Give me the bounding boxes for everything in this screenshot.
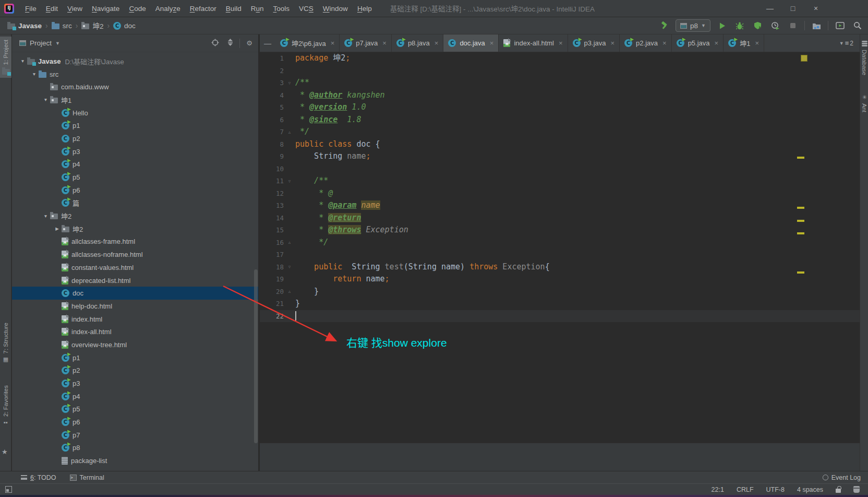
tab-index-all.html[interactable]: index-all.html× bbox=[499, 34, 568, 52]
run-button[interactable] bbox=[716, 19, 728, 32]
tab-p3.java[interactable]: C▶p3.java× bbox=[568, 34, 620, 52]
project-panel-title[interactable]: Project bbox=[30, 39, 52, 47]
stripe-button-database[interactable]: Database bbox=[860, 38, 868, 78]
tree-item-doc[interactable]: Cdoc bbox=[12, 287, 258, 300]
menu-navigate[interactable]: Navigate bbox=[87, 0, 124, 17]
menu-help[interactable]: Help bbox=[353, 0, 377, 17]
breadcrumb-item-Javase[interactable]: Javase bbox=[7, 22, 42, 30]
tree-item-allclasses-frame.html[interactable]: allclasses-frame.html bbox=[12, 235, 258, 249]
tree-item-allclasses-noframe.html[interactable]: allclasses-noframe.html bbox=[12, 248, 258, 261]
tree-item--2[interactable]: ▶坤2 bbox=[12, 222, 258, 235]
collapse-all-button[interactable] bbox=[224, 39, 236, 48]
menu-refactor[interactable]: Refactor bbox=[185, 0, 221, 17]
tree-item-overview-tree.html[interactable]: overview-tree.html bbox=[12, 338, 258, 351]
fold-marker-icon[interactable]: ▵ bbox=[284, 129, 295, 135]
build-hammer-button[interactable] bbox=[658, 19, 670, 32]
tree-item-p5[interactable]: C▶p5 bbox=[12, 403, 258, 416]
stop-button[interactable] bbox=[787, 19, 799, 32]
debug-button[interactable] bbox=[733, 19, 746, 32]
tree-item-p1[interactable]: C▶p1 bbox=[12, 119, 258, 132]
tree-item-p5[interactable]: C▶p5 bbox=[12, 171, 258, 184]
tree-item-p2[interactable]: Cp2 bbox=[12, 132, 258, 145]
tab-p2.java[interactable]: C▶p2.java× bbox=[620, 34, 672, 52]
tab-close-icon[interactable]: × bbox=[433, 39, 439, 47]
tree-item-p3[interactable]: C▶p3 bbox=[12, 145, 258, 158]
encoding-widget[interactable]: UTF-8 bbox=[766, 486, 785, 493]
menu-code[interactable]: Code bbox=[124, 0, 150, 17]
warning-stripe-mark[interactable] bbox=[797, 271, 804, 274]
hide-panel-button[interactable]: — bbox=[260, 34, 275, 52]
close-button[interactable]: × bbox=[804, 0, 827, 17]
tree-expanded-icon[interactable]: ▼ bbox=[18, 58, 27, 64]
chevron-down-icon[interactable]: ▼ bbox=[55, 41, 60, 46]
maximize-button[interactable]: □ bbox=[781, 0, 804, 17]
warning-stripe-mark[interactable] bbox=[797, 232, 804, 234]
menu-vcs[interactable]: VCS bbox=[294, 0, 318, 17]
menu-window[interactable]: Window bbox=[318, 0, 353, 17]
stripe-button-ant[interactable]: ✳Ant bbox=[860, 91, 868, 115]
line-separator-widget[interactable]: CRLF bbox=[737, 486, 754, 493]
menu-file[interactable]: File bbox=[20, 0, 41, 17]
menu-edit[interactable]: Edit bbox=[41, 0, 63, 17]
tab--1[interactable]: C▶坤1× bbox=[724, 34, 764, 52]
tree-item-src[interactable]: ▼src bbox=[12, 68, 258, 81]
warning-stripe-mark[interactable] bbox=[797, 220, 804, 222]
tree-item-com.baidu.www[interactable]: com.baidu.www bbox=[12, 80, 258, 93]
stripe-button-7-Structure[interactable]: 7: Structure▦ bbox=[0, 320, 11, 366]
tree-item-p8[interactable]: C▶p8 bbox=[12, 442, 258, 455]
todo-toolwindow-button[interactable]: 6: TODO bbox=[0, 474, 56, 481]
tree-item-p6[interactable]: C▶p6 bbox=[12, 416, 258, 429]
menu-tools[interactable]: Tools bbox=[269, 0, 295, 17]
tab-close-icon[interactable]: × bbox=[330, 39, 335, 47]
tab-close-icon[interactable]: × bbox=[661, 39, 667, 47]
warning-stripe-mark[interactable] bbox=[797, 207, 804, 209]
profiler-button[interactable] bbox=[769, 19, 781, 32]
tree-item-Javase[interactable]: ▼JavaseD:\基础注释\Javase bbox=[12, 55, 258, 68]
tree-item-index-all.html[interactable]: index-all.html bbox=[12, 325, 258, 338]
fold-marker-icon[interactable]: ▵ bbox=[284, 289, 295, 294]
breadcrumb-item-坤2[interactable]: 坤2 bbox=[81, 20, 103, 31]
tab--2-p6.java[interactable]: C▶坤2\p6.java× bbox=[275, 34, 340, 52]
tree-expanded-icon[interactable]: ▼ bbox=[41, 214, 50, 219]
tab-close-icon[interactable]: × bbox=[558, 39, 563, 47]
fold-marker-icon[interactable]: ▿ bbox=[284, 179, 295, 184]
tree-expanded-icon[interactable]: ▼ bbox=[30, 72, 39, 77]
stripe-button-2-Favorites[interactable]: 2: Favorites▪▪ bbox=[0, 382, 11, 429]
fold-marker-icon[interactable]: ▵ bbox=[284, 240, 295, 245]
readonly-lock-icon[interactable] bbox=[836, 489, 841, 493]
menu-view[interactable]: View bbox=[63, 0, 87, 17]
tree-item--[interactable]: C▶篇 bbox=[12, 197, 258, 210]
tree-collapsed-icon[interactable]: ▶ bbox=[53, 226, 62, 231]
tab-close-icon[interactable]: × bbox=[754, 39, 759, 47]
tab-close-icon[interactable]: × bbox=[489, 39, 494, 47]
tab-p5.java[interactable]: C▶p5.java× bbox=[672, 34, 724, 52]
settings-gear-button[interactable]: ⚙ bbox=[244, 39, 255, 47]
search-everywhere-button[interactable] bbox=[851, 19, 864, 32]
tree-item-p4[interactable]: C▶p4 bbox=[12, 390, 258, 403]
tree-item--2[interactable]: ▼坤2 bbox=[12, 209, 258, 222]
tab-p7.java[interactable]: C▶p7.java× bbox=[340, 34, 392, 52]
stripe-button-1-Project[interactable]: 1: Project bbox=[0, 37, 11, 78]
tree-item-p1[interactable]: C▶p1 bbox=[12, 351, 258, 364]
tree-item-deprecated-list.html[interactable]: deprecated-list.html bbox=[12, 274, 258, 287]
hector-inspector-icon[interactable] bbox=[853, 486, 860, 493]
tree-item-p6[interactable]: C▶p6 bbox=[12, 184, 258, 197]
tree-item-p3[interactable]: C▶p3 bbox=[12, 377, 258, 390]
run-anything-button[interactable] bbox=[834, 19, 846, 32]
tree-item-package-list[interactable]: package-list bbox=[12, 454, 258, 467]
fold-marker-icon[interactable]: ▿ bbox=[284, 264, 295, 269]
tree-expanded-icon[interactable]: ▼ bbox=[41, 97, 50, 102]
menu-run[interactable]: Run bbox=[246, 0, 269, 17]
highlighting-level-indicator[interactable] bbox=[801, 55, 807, 62]
locate-file-button[interactable] bbox=[209, 39, 221, 48]
fold-marker-icon[interactable]: ▿ bbox=[284, 80, 295, 86]
caret-position-widget[interactable]: 22:1 bbox=[712, 486, 724, 493]
tree-item-p7[interactable]: C▶p7 bbox=[12, 429, 258, 442]
indent-widget[interactable]: 4 spaces bbox=[797, 486, 823, 493]
breadcrumb-item-src[interactable]: src bbox=[52, 22, 72, 30]
run-configuration-select[interactable]: p8 ▼ bbox=[676, 19, 710, 32]
menu-analyze[interactable]: Analyze bbox=[151, 0, 185, 17]
warning-stripe-mark[interactable] bbox=[797, 157, 804, 159]
tree-item-constant-values.html[interactable]: constant-values.html bbox=[12, 261, 258, 274]
code-editor[interactable]: 1package 坤2;23▿/**4 * @author kangshen5 … bbox=[260, 52, 860, 443]
